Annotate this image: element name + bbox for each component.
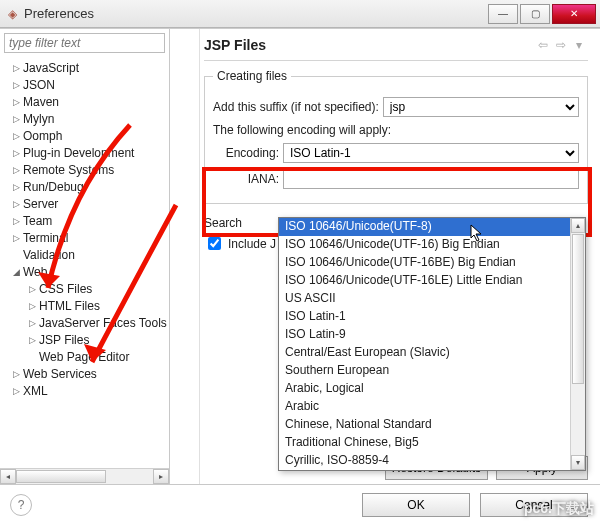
tree-expand-icon[interactable]: ▷ (10, 233, 23, 243)
tree-item[interactable]: ▷Oomph (4, 127, 169, 144)
encoding-dropdown[interactable]: ▴ ▾ ISO 10646/Unicode(UTF-8)ISO 10646/Un… (278, 217, 586, 471)
cancel-button[interactable]: Cancel (480, 493, 588, 517)
include-jsp-checkbox[interactable] (208, 237, 221, 250)
dropdown-option[interactable]: ISO Latin-1 (279, 308, 585, 326)
dropdown-option[interactable]: ISO 10646/Unicode(UTF-16) Big Endian (279, 236, 585, 254)
dropdown-option[interactable]: US ASCII (279, 290, 585, 308)
tree-item[interactable]: ▷Remote Systems (4, 161, 169, 178)
dropdown-option[interactable]: Arabic (279, 398, 585, 416)
suffix-select[interactable]: jsp (383, 97, 579, 117)
tree-expand-icon[interactable]: ▷ (26, 335, 39, 345)
tree-item[interactable]: ▷Web Services (4, 365, 169, 382)
tree-expand-icon[interactable]: ▷ (10, 182, 23, 192)
dialog-footer: ? OK Cancel (0, 484, 600, 524)
dropdown-option[interactable]: Chinese, National Standard (279, 416, 585, 434)
dropdown-option[interactable]: Arabic, Logical (279, 380, 585, 398)
window-title: Preferences (24, 6, 488, 21)
filter-input[interactable] (4, 33, 165, 53)
tree-item[interactable]: ▷CSS Files (4, 280, 169, 297)
tree-expand-icon[interactable]: ▷ (10, 114, 23, 124)
tree-item[interactable]: ▷HTML Files (4, 297, 169, 314)
tree-expand-icon[interactable]: ▷ (10, 63, 23, 73)
tree-expand-icon[interactable]: ▷ (10, 199, 23, 209)
scroll-thumb[interactable] (16, 470, 106, 483)
tree-expand-icon[interactable]: ▷ (10, 165, 23, 175)
include-jsp-label: Include J (228, 237, 276, 251)
scroll-thumb[interactable] (572, 234, 584, 384)
scroll-right-icon[interactable]: ▸ (153, 469, 169, 484)
filter-wrap (4, 33, 165, 53)
tree-expand-icon[interactable]: ▷ (26, 284, 39, 294)
encoding-apply-text: The following encoding will apply: (213, 123, 391, 137)
scroll-down-icon[interactable]: ▾ (571, 455, 585, 470)
settings-panel: JSP Files ⇦ ⇨ ▾ Creating files Add this … (200, 29, 600, 484)
tree-item[interactable]: ▷JSON (4, 76, 169, 93)
tree-expand-icon[interactable]: ▷ (10, 131, 23, 141)
tree-expand-icon[interactable]: ▷ (10, 148, 23, 158)
minimize-button[interactable]: — (488, 4, 518, 24)
tree-item[interactable]: ▷XML (4, 382, 169, 399)
tree-expand-icon[interactable]: ▷ (10, 216, 23, 226)
dropdown-option[interactable]: ISO 10646/Unicode(UTF-16LE) Little Endia… (279, 272, 585, 290)
suffix-label: Add this suffix (if not specified): (213, 100, 379, 114)
iana-input[interactable] (283, 169, 579, 189)
dropdown-option[interactable]: Traditional Chinese, Big5 (279, 434, 585, 452)
back-icon[interactable]: ⇦ (534, 37, 552, 53)
tree-item[interactable]: ▷JSP Files (4, 331, 169, 348)
tree-item[interactable]: ▷Run/Debug (4, 178, 169, 195)
tree-expand-icon[interactable]: ▷ (10, 386, 23, 396)
tree-item[interactable]: Web Page Editor (4, 348, 169, 365)
tree-item[interactable]: Validation (4, 246, 169, 263)
scroll-track[interactable] (16, 469, 153, 484)
dropdown-v-scroll[interactable]: ▴ ▾ (570, 218, 585, 470)
dropdown-option[interactable]: Southern European (279, 362, 585, 380)
dropdown-option[interactable]: Central/East European (Slavic) (279, 344, 585, 362)
page-title: JSP Files (204, 37, 534, 53)
help-icon[interactable]: ? (10, 494, 32, 516)
encoding-label: Encoding: (223, 146, 279, 160)
tree-panel: ▷JavaScript▷JSON▷Maven▷Mylyn▷Oomph▷Plug-… (0, 29, 170, 484)
tree-item[interactable]: ▷Plug-in Development (4, 144, 169, 161)
help-sidebar (170, 29, 200, 484)
dropdown-option[interactable]: ISO 10646/Unicode(UTF-8) (279, 218, 585, 236)
dropdown-option[interactable]: Cyrillic, ISO-8859-4 (279, 452, 585, 470)
tree-expand-icon[interactable]: ▷ (10, 97, 23, 107)
tree-item[interactable]: ▷Team (4, 212, 169, 229)
tree-expand-icon[interactable]: ◢ (10, 267, 23, 277)
forward-icon[interactable]: ⇨ (552, 37, 570, 53)
encoding-select[interactable]: ISO Latin-1 (283, 143, 579, 163)
iana-label: IANA: (223, 172, 279, 186)
tree-expand-icon[interactable]: ▷ (26, 301, 39, 311)
tree-item[interactable]: ▷Server (4, 195, 169, 212)
tree-item[interactable]: ▷JavaScript (4, 59, 169, 76)
scroll-up-icon[interactable]: ▴ (571, 218, 585, 233)
dropdown-option[interactable]: ISO 10646/Unicode(UTF-16BE) Big Endian (279, 254, 585, 272)
app-icon: ◈ (4, 6, 20, 22)
tree-expand-icon[interactable]: ▷ (26, 318, 39, 328)
creating-files-legend: Creating files (213, 69, 291, 83)
maximize-button[interactable]: ▢ (520, 4, 550, 24)
scroll-left-icon[interactable]: ◂ (0, 469, 16, 484)
close-button[interactable]: ✕ (552, 4, 596, 24)
tree-expand-icon[interactable]: ▷ (10, 80, 23, 90)
preferences-tree[interactable]: ▷JavaScript▷JSON▷Maven▷Mylyn▷Oomph▷Plug-… (0, 57, 169, 468)
tree-h-scroll[interactable]: ◂ ▸ (0, 468, 169, 484)
tree-item[interactable]: ◢Web (4, 263, 169, 280)
tree-item[interactable]: ▷JavaServer Faces Tools (4, 314, 169, 331)
tree-item[interactable]: ▷Mylyn (4, 110, 169, 127)
ok-button[interactable]: OK (362, 493, 470, 517)
creating-files-group: Creating files Add this suffix (if not s… (204, 69, 588, 204)
window-titlebar: ◈ Preferences — ▢ ✕ (0, 0, 600, 28)
tree-item[interactable]: ▷Maven (4, 93, 169, 110)
dropdown-option[interactable]: ISO Latin-9 (279, 326, 585, 344)
tree-expand-icon[interactable]: ▷ (10, 369, 23, 379)
tree-item[interactable]: ▷Terminal (4, 229, 169, 246)
menu-icon[interactable]: ▾ (570, 37, 588, 53)
